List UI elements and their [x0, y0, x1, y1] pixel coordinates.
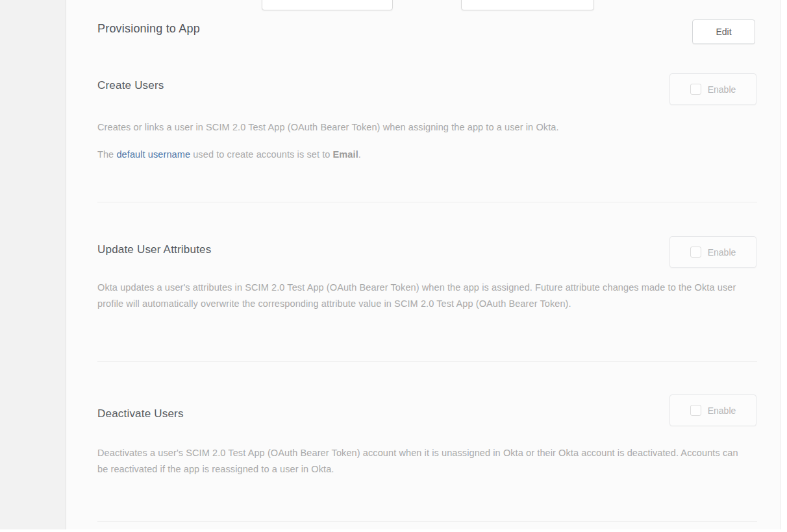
page-title: Provisioning to App — [97, 22, 200, 36]
default-username-link[interactable]: default username — [116, 149, 190, 160]
setting-title-create-users: Create Users — [97, 79, 164, 92]
enable-checkbox[interactable] — [690, 84, 701, 95]
username-line-middle: used to create accounts is set to — [190, 149, 333, 160]
section-divider — [97, 202, 757, 202]
username-value: Email — [333, 149, 358, 160]
enable-label: Enable — [708, 405, 736, 416]
username-line-suffix: . — [358, 149, 361, 160]
provisioning-to-app-panel: Provisioning to App Edit Create Users En… — [66, 0, 781, 529]
enable-label: Enable — [708, 247, 736, 258]
section-divider — [97, 521, 757, 522]
create-users-description: Creates or links a user in SCIM 2.0 Test… — [97, 119, 753, 136]
enable-toggle-update-user-attributes[interactable]: Enable — [669, 236, 756, 268]
partial-input-field[interactable] — [262, 0, 393, 10]
okta-provisioning-screen: Provisioning to App Edit Create Users En… — [0, 0, 787, 532]
enable-label: Enable — [708, 84, 736, 95]
partial-input-field[interactable] — [461, 0, 594, 10]
enable-checkbox[interactable] — [690, 247, 701, 258]
setting-title-update-user-attributes: Update User Attributes — [97, 243, 211, 256]
username-line-prefix: The — [97, 149, 116, 160]
enable-toggle-create-users[interactable]: Enable — [669, 73, 756, 105]
left-sidebar — [0, 0, 66, 529]
enable-toggle-deactivate-users[interactable]: Enable — [669, 394, 756, 426]
edit-button[interactable]: Edit — [692, 19, 755, 44]
section-divider — [97, 361, 757, 362]
deactivate-users-description: Deactivates a user's SCIM 2.0 Test App (… — [97, 445, 747, 478]
default-username-line: The default username used to create acco… — [97, 147, 753, 163]
enable-checkbox[interactable] — [690, 405, 701, 416]
setting-title-deactivate-users: Deactivate Users — [97, 407, 184, 420]
update-user-attributes-description: Okta updates a user's attributes in SCIM… — [97, 280, 755, 312]
